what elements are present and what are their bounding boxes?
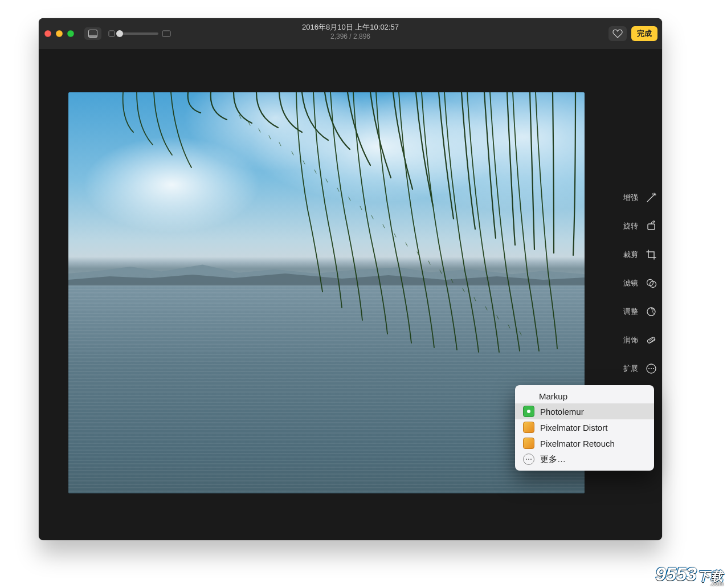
heart-icon bbox=[612, 29, 623, 38]
photo-counter: 2,396 / 2,896 bbox=[302, 32, 399, 41]
filters-icon bbox=[645, 277, 657, 289]
svg-point-10 bbox=[648, 368, 650, 369]
svg-point-12 bbox=[653, 368, 654, 369]
blank-icon bbox=[523, 391, 533, 401]
svg-point-7 bbox=[647, 308, 655, 316]
svg-rect-2 bbox=[109, 31, 115, 36]
tool-rotate[interactable]: 旋转 bbox=[613, 220, 659, 232]
done-button-label: 完成 bbox=[637, 28, 652, 39]
menu-item-pixelmator-retouch[interactable]: Pixelmator Retouch bbox=[515, 435, 654, 451]
photo[interactable] bbox=[68, 92, 585, 493]
svg-rect-4 bbox=[648, 224, 655, 230]
close-window-button[interactable] bbox=[44, 30, 51, 37]
photo-large-icon bbox=[162, 30, 171, 37]
stage: 2016年8月10日 上午10:02:57 2,396 / 2,896 完成 bbox=[0, 0, 727, 588]
tool-label: 旋转 bbox=[623, 221, 638, 231]
tool-label: 滤镜 bbox=[623, 278, 638, 288]
tool-extensions[interactable]: 扩展 bbox=[613, 362, 659, 375]
wand-icon bbox=[645, 191, 657, 204]
menu-item-label: Pixelmator Retouch bbox=[540, 439, 615, 448]
zoom-slider-knob[interactable] bbox=[116, 30, 123, 37]
photo-small-icon bbox=[108, 30, 115, 37]
zoom-slider-track[interactable] bbox=[119, 32, 158, 35]
done-button[interactable]: 完成 bbox=[631, 26, 657, 41]
tool-retouch[interactable]: 润饰 bbox=[613, 334, 659, 346]
menu-item-more[interactable]: ⋯ 更多… bbox=[515, 451, 654, 467]
menu-item-label: Markup bbox=[539, 391, 567, 401]
window-title: 2016年8月10日 上午10:02:57 bbox=[302, 23, 399, 32]
window-controls bbox=[44, 30, 74, 37]
tool-label: 润饰 bbox=[623, 335, 638, 345]
minimize-window-button[interactable] bbox=[56, 30, 63, 37]
thumbnail-strip-toggle[interactable] bbox=[84, 27, 101, 40]
photo-sky bbox=[68, 92, 585, 252]
retouch-icon bbox=[645, 334, 657, 346]
photo-water bbox=[68, 285, 585, 493]
zoom-window-button[interactable] bbox=[67, 30, 74, 37]
site-watermark: 9553下载 .com bbox=[655, 564, 724, 587]
app-window: 2016年8月10日 上午10:02:57 2,396 / 2,896 完成 bbox=[39, 18, 662, 540]
svg-point-11 bbox=[651, 368, 652, 369]
watermark-brand-number: 9553 bbox=[655, 563, 696, 585]
menu-item-label: Photolemur bbox=[540, 407, 584, 416]
menu-item-pixelmator-distort[interactable]: Pixelmator Distort bbox=[515, 419, 654, 435]
pixelmator-icon bbox=[523, 438, 534, 449]
crop-icon bbox=[645, 248, 657, 261]
adjust-icon bbox=[645, 305, 657, 318]
svg-rect-1 bbox=[89, 35, 97, 38]
ellipsis-icon bbox=[645, 362, 657, 375]
more-icon: ⋯ bbox=[523, 454, 534, 465]
title-center: 2016年8月10日 上午10:02:57 2,396 / 2,896 bbox=[302, 23, 399, 41]
svg-rect-3 bbox=[162, 31, 170, 36]
tool-crop[interactable]: 裁剪 bbox=[613, 248, 659, 261]
tool-enhance[interactable]: 增强 bbox=[613, 191, 659, 204]
tool-filters[interactable]: 滤镜 bbox=[613, 277, 659, 289]
menu-item-label: Pixelmator Distort bbox=[540, 423, 607, 432]
tool-label: 扩展 bbox=[623, 364, 638, 374]
svg-rect-8 bbox=[647, 337, 655, 344]
menu-item-markup[interactable]: Markup bbox=[515, 389, 654, 403]
extensions-menu: Markup Photolemur Pixelmator Distort Pix… bbox=[515, 385, 654, 471]
favorite-button[interactable] bbox=[608, 26, 627, 41]
rotate-icon bbox=[645, 220, 657, 232]
menu-item-label: 更多… bbox=[540, 454, 566, 465]
tool-label: 调整 bbox=[623, 307, 638, 317]
tool-label: 增强 bbox=[623, 193, 638, 203]
content-area: 增强 旋转 裁剪 bbox=[39, 49, 662, 540]
menu-item-photolemur[interactable]: Photolemur bbox=[515, 403, 654, 419]
zoom-slider[interactable] bbox=[108, 30, 171, 37]
tool-adjust[interactable]: 调整 bbox=[613, 305, 659, 318]
titlebar: 2016年8月10日 上午10:02:57 2,396 / 2,896 完成 bbox=[39, 18, 662, 49]
photolemur-icon bbox=[523, 406, 534, 417]
tool-label: 裁剪 bbox=[623, 250, 638, 260]
pixelmator-icon bbox=[523, 422, 534, 433]
